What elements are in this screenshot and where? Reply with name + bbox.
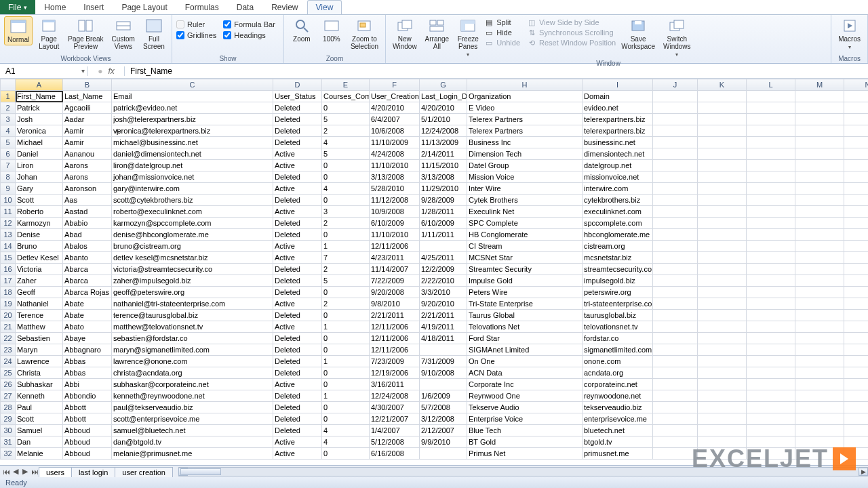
cell[interactable]: btgold.tv [583,436,653,448]
cell[interactable] [698,218,747,229]
column-header[interactable]: K [698,79,747,91]
cell[interactable] [844,195,869,206]
cell[interactable]: 0 [322,402,370,413]
switch-windows-button[interactable]: Switch Windows▾ [660,16,694,59]
cell[interactable]: Deleted [273,137,322,148]
cell[interactable] [747,402,795,413]
cell[interactable]: Deleted [273,171,322,183]
cell[interactable] [747,425,795,436]
cell[interactable]: 2/22/2010 [420,275,467,287]
cell[interactable]: veronica@telerexpartners.biz [112,125,273,137]
full-screen-button[interactable]: Full Screen [140,16,167,52]
cell[interactable] [795,425,844,436]
cell[interactable]: streamtecsecurity.co [583,264,653,275]
row-header[interactable]: 5 [1,137,16,148]
cell[interactable] [653,344,698,356]
page-break-button[interactable]: Page Break Preview [65,16,106,52]
cell[interactable] [795,252,844,264]
cell[interactable]: Inter Wire [467,183,583,195]
cell[interactable]: 5/12/2008 [370,436,420,448]
cell[interactable] [653,333,698,344]
cell[interactable]: bluetech.net [583,425,653,436]
cell[interactable] [844,206,869,218]
cell[interactable]: missionvoice.net [583,171,653,183]
cell[interactable] [795,114,844,125]
cell[interactable] [844,390,869,402]
column-header[interactable]: N [844,79,869,91]
row-header[interactable]: 16 [1,264,16,275]
hide-button[interactable]: ▭Hide [484,28,520,37]
cell[interactable]: 10/9/2008 [370,206,420,218]
arrange-all-button[interactable]: Arrange All [422,16,452,52]
cell[interactable] [653,413,698,425]
cell[interactable] [844,425,869,436]
cell[interactable]: 7/31/2009 [420,356,467,367]
column-header[interactable]: F [370,79,420,91]
cell[interactable]: Enterprise Voice [467,413,583,425]
cell[interactable]: Telovations Net [467,321,583,333]
cell[interactable] [698,102,747,114]
row-header[interactable]: 10 [1,195,16,206]
cell[interactable]: detlev kesel@mcsnetstar.biz [112,252,273,264]
gridlines-checkbox[interactable]: Gridlines [176,31,216,39]
cell[interactable] [653,114,698,125]
cell[interactable]: Patrick [16,102,63,114]
cell[interactable]: subhaskar@corporateinc.net [112,379,273,390]
cell[interactable] [653,436,698,448]
cell[interactable]: 9/20/2008 [370,287,420,298]
cell[interactable]: 1/11/2011 [420,229,467,241]
cell[interactable]: Abalos [63,241,112,252]
cell[interactable] [698,321,747,333]
cell[interactable] [653,252,698,264]
cell[interactable] [698,160,747,171]
cell[interactable]: Abad [63,229,112,241]
cell[interactable]: tekserveaudio.biz [583,402,653,413]
cell[interactable]: 0 [322,229,370,241]
cell[interactable]: 4/30/2007 [370,402,420,413]
cell[interactable]: Aarons [63,171,112,183]
row-header[interactable]: 20 [1,310,16,321]
macros-button[interactable]: Macros▾ [835,16,863,52]
sheet-nav-first[interactable]: ⏮ [1,468,11,476]
cell[interactable]: 0 [322,102,370,114]
cell[interactable]: Aamir [63,125,112,137]
cell[interactable] [653,321,698,333]
cell[interactable]: peterswire.org [583,287,653,298]
cell[interactable] [747,229,795,241]
cell[interactable] [844,160,869,171]
cell[interactable] [844,183,869,195]
cell[interactable]: 7 [322,252,370,264]
cell[interactable]: Dimension Tech [467,148,583,160]
cell[interactable] [844,413,869,425]
cell[interactable]: 2 [322,264,370,275]
cell[interactable] [698,356,747,367]
cell[interactable]: 9/28/2009 [420,195,467,206]
cell[interactable]: Reynwood One [467,390,583,402]
cell[interactable]: Telerex Partners [467,114,583,125]
cell[interactable] [747,264,795,275]
tab-view[interactable]: View [307,0,342,14]
sheet-tab[interactable]: users [39,467,72,477]
cell[interactable] [698,367,747,379]
cell[interactable]: scott@cytekbrothers.biz [112,195,273,206]
cell[interactable]: 12/24/2008 [420,125,467,137]
cell[interactable] [844,402,869,413]
cell[interactable]: 6/16/2008 [370,448,420,460]
cell[interactable] [795,102,844,114]
cell[interactable] [698,148,747,160]
cell[interactable]: Deleted [273,390,322,402]
cell[interactable] [653,356,698,367]
new-window-button[interactable]: New Window [390,16,420,52]
cell[interactable]: Active [273,183,322,195]
cell[interactable]: 11/10/2010 [370,229,420,241]
cell[interactable]: Taurus Global [467,310,583,321]
cell[interactable]: Deleted [273,356,322,367]
cell[interactable] [420,241,467,252]
cell[interactable]: 0 [322,333,370,344]
cell[interactable] [844,344,869,356]
cell[interactable]: Last_Name [63,91,112,102]
cell[interactable]: Josh [16,114,63,125]
cell[interactable] [653,448,698,460]
cell[interactable]: zaher@impulsegold.biz [112,275,273,287]
cell[interactable] [844,367,869,379]
